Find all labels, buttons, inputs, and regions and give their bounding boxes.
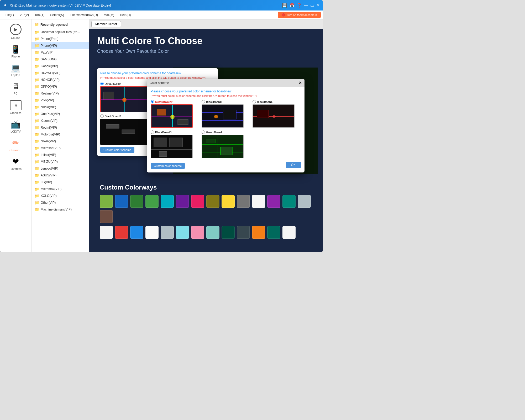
- menu-settings[interactable]: Settins(S): [48, 12, 67, 18]
- help-icon[interactable]: ❓: [297, 3, 302, 8]
- color-pill-row1-1[interactable]: [115, 195, 128, 208]
- folder-nubia[interactable]: 📁 Nubia(VIP): [32, 104, 89, 111]
- color-pill-row1-5[interactable]: [176, 195, 189, 208]
- thermal-camera-button[interactable]: 🔴 Turn on thermal camera: [278, 12, 321, 18]
- radio-black3-back[interactable]: [100, 114, 104, 118]
- radio-black2[interactable]: [253, 100, 256, 103]
- save-icon[interactable]: 💾: [282, 3, 287, 8]
- custom-color-btn-back[interactable]: Custom color scheme: [100, 147, 134, 153]
- radio-black3[interactable]: [151, 130, 154, 134]
- folder-google[interactable]: 📁 Google(VIP): [32, 63, 89, 70]
- folder-phone-free[interactable]: 📁 Phone(Free): [32, 35, 89, 42]
- folder-xiaomi[interactable]: 📁 Xiaomi(VIP): [32, 117, 89, 124]
- color-pill-row2-3[interactable]: [145, 226, 159, 239]
- color-pill-row1-3[interactable]: [145, 195, 159, 208]
- radio-default-back[interactable]: [100, 82, 104, 85]
- radio-black1[interactable]: [202, 100, 205, 103]
- folder-icon: 📁: [35, 194, 39, 198]
- folder-meizu[interactable]: 📁 MEIZU(VIP): [32, 158, 89, 165]
- menu-mall[interactable]: Mall(M): [101, 12, 117, 18]
- folder-asus[interactable]: 📁 ASUS(VIP): [32, 172, 89, 179]
- minimize-icon[interactable]: —: [304, 3, 308, 8]
- color-pill-row1-12[interactable]: [282, 195, 296, 208]
- color-pill-row2-12[interactable]: [282, 226, 296, 239]
- color-swatch-green[interactable]: [202, 135, 244, 158]
- folder-honor[interactable]: 📁 HONOR(VIP): [32, 76, 89, 83]
- folder-xolo[interactable]: 📁 XOLO(VIP): [32, 192, 89, 199]
- radio-default[interactable]: [151, 100, 154, 103]
- folder-pad-vip[interactable]: 📁 Pad(VIP): [32, 49, 89, 56]
- color-pill-row1-6[interactable]: [191, 195, 204, 208]
- folder-nokia[interactable]: 📁 Nokia(VIP): [32, 138, 89, 145]
- maximize-icon[interactable]: ▭: [310, 3, 314, 8]
- color-pill-row1-11[interactable]: [267, 195, 280, 208]
- color-swatch-black1[interactable]: [202, 104, 244, 128]
- color-pill-row2-9[interactable]: [237, 226, 250, 239]
- sidebar-item-laptop[interactable]: 💻 Laptop: [3, 61, 29, 79]
- color-pill-row2-2[interactable]: [130, 226, 143, 239]
- color-swatch-black3[interactable]: [151, 135, 193, 158]
- color-pill-row2-7[interactable]: [206, 226, 219, 239]
- color-pill-row2-8[interactable]: [222, 226, 235, 239]
- custom-color-scheme-btn[interactable]: Custom color scheme: [151, 163, 185, 169]
- folder-redmi[interactable]: 📁 Redmi(VIP): [32, 124, 89, 131]
- color-pill-row2-10[interactable]: [252, 226, 265, 239]
- menu-file[interactable]: File(F): [2, 12, 17, 18]
- radio-green[interactable]: [202, 130, 205, 134]
- folder-universal[interactable]: 📁 Universal popular files (fre...: [32, 29, 89, 35]
- folder-other[interactable]: 📁 Other(VIP): [32, 199, 89, 206]
- ok-button[interactable]: OK: [286, 162, 301, 168]
- app-logo: ✦: [3, 2, 7, 8]
- folder-oneplus[interactable]: 📁 OnePlus(VIP): [32, 111, 89, 117]
- color-pill-row1-0[interactable]: [100, 195, 113, 208]
- sidebar-label-graphics: Graphics: [10, 111, 21, 114]
- sidebar-item-course[interactable]: ▶ Course: [3, 22, 29, 41]
- menu-vip[interactable]: VIP(V): [17, 12, 32, 18]
- folder-motorola[interactable]: 📁 Motorola(VIP): [32, 131, 89, 138]
- dialog-close-icon[interactable]: ✕: [298, 80, 302, 85]
- folder-micromax[interactable]: 📁 Micromax(VIP): [32, 186, 89, 192]
- folder-machine[interactable]: 📁 Machine dismant(VIP): [32, 206, 89, 213]
- color-swatch-default[interactable]: [151, 104, 193, 128]
- swatch-default-back[interactable]: [100, 86, 148, 112]
- folder-oppo[interactable]: 📁 OPPO(VIP): [32, 83, 89, 90]
- sidebar-item-lcdtv[interactable]: 📺 LCD|TV: [3, 118, 29, 135]
- color-pill-row1-13[interactable]: [298, 195, 311, 208]
- color-pill-row2-11[interactable]: [267, 226, 280, 239]
- color-pill-row2-0[interactable]: [100, 226, 113, 239]
- color-pill-row1-4[interactable]: [161, 195, 174, 208]
- folder-microsoft[interactable]: 📁 Microsoft(VIP): [32, 145, 89, 151]
- calendar-icon[interactable]: 📅: [289, 3, 295, 8]
- color-pill-row2-4[interactable]: [161, 226, 174, 239]
- color-pill-row2-5[interactable]: [176, 226, 189, 239]
- color-pill-row1-8[interactable]: [222, 195, 235, 208]
- color-pill-row1-7[interactable]: [206, 195, 219, 208]
- menu-help[interactable]: Help(H): [117, 12, 133, 18]
- color-pill-row1-10[interactable]: [252, 195, 265, 208]
- folder-phone-vip[interactable]: 📁 Phone(VIP): [32, 42, 89, 49]
- sidebar-item-favorites[interactable]: ❤ Favorites: [3, 155, 29, 172]
- folder-lenovo[interactable]: 📁 Lenovo(VIP): [32, 165, 89, 172]
- color-pill-row1-14[interactable]: [100, 210, 113, 223]
- folder-huawei[interactable]: 📁 HUAWEI(VIP): [32, 70, 89, 76]
- color-pill-row1-9[interactable]: [237, 195, 250, 208]
- color-pill-row2-6[interactable]: [191, 226, 204, 239]
- color-swatch-black2[interactable]: [253, 104, 295, 128]
- folder-realme[interactable]: 📁 Realme(VIP): [32, 90, 89, 97]
- folder-lg[interactable]: 📁 LG(VIP): [32, 179, 89, 186]
- menu-tile[interactable]: Tile two windows(D): [67, 12, 101, 18]
- folder-samsung[interactable]: 📁 SAMSUNG: [32, 56, 89, 63]
- sidebar-item-pc[interactable]: 🖥 PC: [3, 80, 29, 97]
- close-icon[interactable]: ✕: [316, 3, 320, 8]
- folder-vivo[interactable]: 📁 Vivo(VIP): [32, 97, 89, 104]
- menu-tool[interactable]: Tool(T): [32, 12, 47, 18]
- sidebar-item-custom[interactable]: ✏ Custom...: [3, 136, 29, 154]
- color-pill-row1-2[interactable]: [130, 195, 143, 208]
- folder-label: ASUS(VIP): [41, 174, 56, 177]
- swatch-black3-back[interactable]: [100, 119, 148, 145]
- sidebar-item-graphics[interactable]: 🖨 Graphics: [3, 98, 29, 117]
- folder-infinix[interactable]: 📁 Infinix(VIP): [32, 151, 89, 158]
- sidebar-item-phone[interactable]: 📱 Phone: [3, 43, 29, 60]
- color-pill-row2-1[interactable]: [115, 226, 128, 239]
- tab-member-center[interactable]: Member Center: [91, 21, 121, 27]
